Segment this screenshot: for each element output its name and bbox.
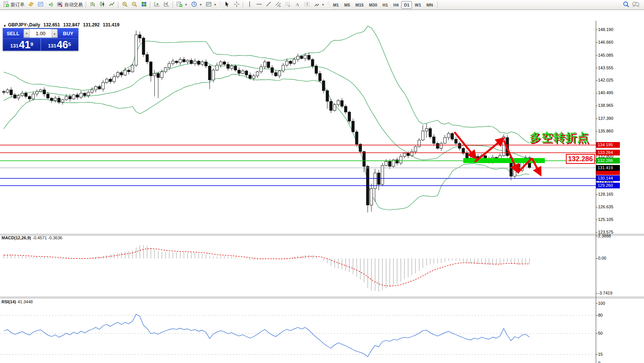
dropdown-caret: ▼	[322, 3, 325, 7]
timeframe-mn[interactable]: MN	[424, 1, 436, 9]
timeframe-m15[interactable]: M15	[353, 1, 366, 9]
price-tick-label: 125.105	[598, 217, 623, 222]
bar-chart-button[interactable]	[88, 1, 97, 9]
search-icon[interactable]	[623, 1, 629, 9]
new-order-label: 新订单	[11, 2, 25, 8]
macd-signal-value: -0.3636	[48, 235, 62, 240]
periods-icon	[191, 1, 197, 8]
zoom-in-icon	[122, 1, 128, 8]
price-tick-label: 138.965	[598, 103, 623, 108]
indicators-icon	[177, 1, 183, 8]
candlestick-button[interactable]	[98, 1, 107, 9]
timeframe-h1[interactable]: H1	[380, 1, 391, 9]
rsi-value: 41.3448	[18, 299, 33, 304]
chart-shift-button[interactable]	[162, 1, 171, 9]
cursor-icon	[224, 1, 230, 8]
price-level-label: 134.195	[596, 142, 620, 148]
cursor-button[interactable]	[222, 1, 232, 9]
chart-shift-icon	[163, 1, 170, 8]
buy-price[interactable]: 131465	[41, 39, 78, 51]
volume-increase-button[interactable]: ▲	[52, 29, 57, 38]
ohlc-low: 131.292	[83, 22, 100, 28]
svg-text:T: T	[306, 3, 308, 7]
signals-button[interactable]	[46, 1, 55, 9]
dropdown-caret: ▼	[214, 3, 217, 7]
line-chart-icon	[109, 1, 115, 8]
candlestick-icon	[99, 1, 105, 8]
volume-decrease-button[interactable]: ▼	[24, 29, 29, 38]
buy-button[interactable]: BUY	[58, 28, 78, 38]
price-level-label: 129.260	[596, 183, 620, 188]
rsi-tick-label: 80	[598, 313, 603, 317]
turning-point-annotation[interactable]: 多空转折点	[530, 130, 589, 146]
price-tick-label: 126.635	[598, 204, 623, 209]
dropdown-caret: ▼	[199, 3, 202, 7]
timeframe-w1[interactable]: W1	[412, 1, 424, 9]
timeframe-toolbar: M1M5M15M30H1H4D1W1MN	[330, 1, 436, 9]
toolbar-grip[interactable]	[327, 2, 329, 8]
macd-tick-label: -3.7419	[598, 291, 612, 295]
chat-icon[interactable]	[632, 1, 639, 9]
timeframe-m5[interactable]: M5	[342, 1, 353, 9]
new-chart-button[interactable]	[36, 1, 45, 9]
price-tick-label: 128.165	[598, 192, 623, 196]
channel-button[interactable]: E	[274, 1, 283, 9]
price-tick-label: 145.085	[598, 53, 623, 57]
price-level-label: 131.419	[596, 165, 620, 171]
signals-icon	[47, 1, 53, 8]
vertical-line-button[interactable]	[245, 1, 254, 9]
sell-button[interactable]: SELL	[3, 28, 23, 38]
shapes-icon	[314, 1, 320, 8]
toolbar-separator	[150, 2, 151, 8]
toolbar-separator	[118, 2, 119, 8]
tile-windows-button[interactable]	[139, 1, 149, 9]
macd-indicator-label: MACD(12,26,9)-0.4571 -0.3636	[2, 235, 62, 240]
timeframe-m30[interactable]: M30	[366, 1, 380, 9]
bar-chart-icon	[90, 1, 96, 8]
text-button[interactable]: A	[293, 1, 302, 9]
horizontal-line-button[interactable]	[255, 1, 264, 9]
sell-price-pips: 41	[19, 40, 30, 50]
new-order-icon	[3, 1, 9, 8]
fibonacci-button[interactable]: F	[283, 1, 293, 9]
price-level-label: 132.286	[596, 158, 620, 164]
label-button[interactable]: T	[302, 1, 312, 9]
toolbar-grip[interactable]	[219, 2, 221, 8]
line-chart-button[interactable]	[107, 1, 116, 9]
indicators-button[interactable]: ▼	[175, 1, 189, 9]
zoom-in-button[interactable]	[120, 1, 129, 9]
tile-windows-icon	[141, 1, 147, 8]
timeframe-m1[interactable]: M1	[330, 1, 342, 9]
rsi-tick-label: 0	[598, 361, 600, 363]
new-order-button[interactable]: 新订单	[2, 1, 26, 9]
trendline-button[interactable]	[264, 1, 273, 9]
shapes-button[interactable]: ▼	[312, 1, 326, 9]
ohlc-high: 132.847	[63, 22, 80, 28]
collapse-panel-icon[interactable]: ▲	[3, 23, 7, 27]
volume-value[interactable]: 1.00	[29, 29, 52, 38]
auto-scroll-button[interactable]	[152, 1, 162, 9]
zoom-out-button[interactable]	[130, 1, 139, 9]
ohlc-open: 132.651	[43, 22, 60, 28]
auto-scroll-icon	[154, 1, 160, 8]
crosshair-button[interactable]	[232, 1, 241, 9]
sell-price[interactable]: 131419	[3, 39, 41, 51]
macd-tick-label: 0.00	[598, 256, 606, 260]
trendline-icon	[266, 1, 272, 8]
svg-text:E: E	[279, 5, 281, 7]
autotrading-button[interactable]: 自动交易	[55, 1, 84, 9]
rsi-tick-label: 15	[598, 352, 603, 356]
periods-button[interactable]: ▼	[190, 1, 204, 9]
ticker-button[interactable]	[26, 1, 36, 9]
price-tick-label: 135.860	[598, 129, 623, 133]
templates-icon	[206, 1, 212, 8]
macd-value: -0.4571	[33, 235, 47, 240]
timeframe-d1[interactable]: D1	[401, 1, 412, 9]
timeframe-h4[interactable]: H4	[391, 1, 401, 9]
svg-text:F: F	[289, 5, 290, 7]
level-price-box[interactable]: 132.286	[566, 154, 595, 164]
price-level-label: 130.144	[596, 175, 620, 181]
chart-area[interactable]: ▲GBPJPY-,Daily 132.651 132.847 131.292 1…	[0, 10, 644, 363]
toolbar-separator	[86, 2, 87, 8]
templates-button[interactable]: ▼	[204, 1, 218, 9]
